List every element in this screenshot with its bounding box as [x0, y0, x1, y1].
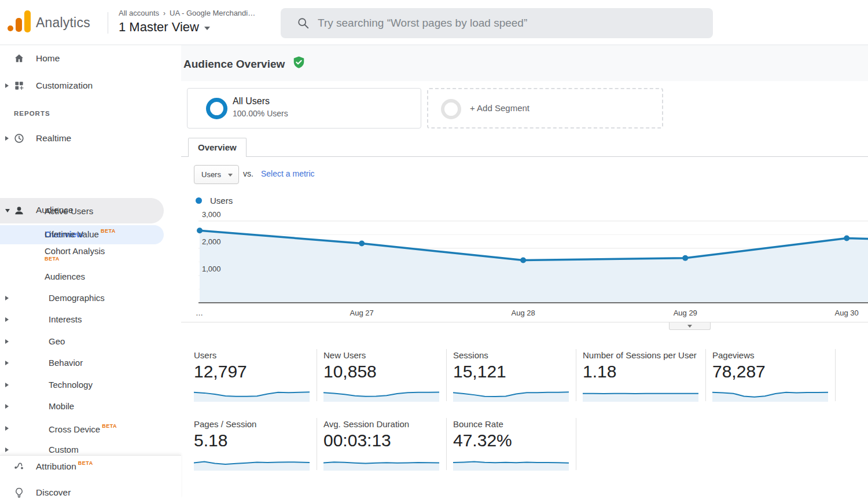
metric-label: Bounce Rate: [453, 419, 503, 429]
metric-value: 78,287: [712, 362, 766, 381]
home-icon: [13, 53, 25, 64]
sidebar: Home Customization REPORTS Realtime Audi…: [0, 45, 181, 499]
clock-icon: [13, 133, 25, 144]
sidebar-item-customization[interactable]: Customization: [0, 77, 164, 94]
chevron-right-icon: [5, 361, 9, 365]
reports-section-label: REPORTS: [14, 110, 50, 117]
metric-dropdown-value: Users: [201, 170, 221, 179]
search-icon: [297, 17, 310, 30]
metric-dropdown[interactable]: Users: [194, 165, 239, 184]
metric-label: New Users: [323, 350, 366, 360]
breadcrumb-property[interactable]: UA - Google Merchandi…: [170, 9, 255, 17]
metric-divider: [317, 349, 317, 401]
chevron-right-icon: [5, 404, 9, 409]
breadcrumb: All accounts › UA - Google Merchandi…: [119, 9, 255, 17]
legend-dot-icon: [196, 197, 202, 204]
title-band: Audience Overview: [181, 45, 868, 81]
breadcrumb-separator-icon: ›: [163, 9, 165, 17]
sidebar-item-label: Customization: [36, 80, 93, 91]
metric-card-avg-session-duration: Avg. Session Duration 00:03:13: [323, 419, 439, 471]
metric-card-bounce-rate: Bounce Rate 47.32%: [453, 419, 569, 471]
sidebar-item-home[interactable]: Home: [0, 50, 164, 67]
x-axis-label: Aug 30: [835, 309, 859, 317]
sidebar-item-demographics[interactable]: Demographics: [0, 289, 164, 307]
select-metric-link[interactable]: Select a metric: [261, 169, 315, 178]
sidebar-item-active-users[interactable]: Active Users: [0, 203, 164, 220]
y-axis-label: 2,000: [202, 237, 221, 246]
sidebar-item-realtime[interactable]: Realtime: [0, 130, 164, 147]
sidebar-item-label: Lifetime ValueBETA: [45, 228, 116, 239]
logo-bar-tall: [24, 10, 31, 32]
tab-overview[interactable]: Overview: [188, 138, 247, 157]
metric-value: 12,797: [194, 362, 247, 381]
metric-card-sessions-per-user: Number of Sessions per User 1.18: [583, 350, 698, 402]
sidebar-item-label: Custom: [49, 445, 79, 454]
metric-value: 5.18: [194, 431, 227, 450]
main-content: Audience Overview All Users 100.00% User…: [181, 45, 868, 499]
segment-card-all-users[interactable]: All Users 100.00% Users: [187, 88, 421, 129]
view-selector[interactable]: 1 Master View: [119, 20, 210, 35]
analytics-logo-icon[interactable]: [7, 10, 32, 34]
sidebar-item-geo[interactable]: Geo: [0, 333, 164, 350]
segment-circle-icon: [441, 99, 461, 119]
x-axis-label: …: [196, 309, 203, 317]
sidebar-item-label: Cross DeviceBETA: [49, 423, 117, 434]
sidebar-item-behavior[interactable]: Behavior: [0, 354, 164, 372]
chevron-down-icon: [687, 325, 692, 328]
sidebar-item-audiences[interactable]: Audiences: [0, 268, 164, 285]
sidebar-bottom-panel: AttributionBETA Discover: [0, 455, 181, 499]
metric-label: Pages / Session: [194, 419, 256, 429]
sidebar-item-interests[interactable]: Interests: [0, 311, 164, 328]
chart-expander-button[interactable]: [669, 322, 711, 330]
sidebar-item-technology[interactable]: Technology: [0, 376, 164, 394]
header-divider: [108, 12, 108, 34]
verified-shield-icon: [293, 56, 305, 69]
sidebar-item-label: Behavior: [49, 358, 83, 368]
x-axis-label: Aug 27: [350, 309, 374, 317]
sidebar-item-lifetime-value[interactable]: Lifetime ValueBETA: [0, 225, 164, 242]
metric-divider: [576, 349, 576, 401]
customization-icon: [13, 80, 25, 91]
sidebar-item-cohort-analysis[interactable]: Cohort Analysis BETA: [0, 243, 164, 267]
sparkline-chart: [323, 386, 439, 402]
sidebar-item-label: Active Users: [45, 206, 93, 216]
add-segment-button[interactable]: + Add Segment: [427, 88, 663, 129]
sidebar-item-mobile[interactable]: Mobile: [0, 398, 164, 415]
metric-label: Number of Sessions per User: [583, 350, 697, 360]
y-axis-label: 3,000: [202, 210, 221, 219]
metric-card-new-users: New Users 10,858: [323, 350, 439, 402]
chevron-down-icon: [228, 174, 233, 177]
beta-badge: BETA: [102, 423, 117, 429]
chevron-right-icon: [5, 296, 9, 300]
sparkline-chart: [194, 386, 310, 402]
page-title: Audience Overview: [183, 58, 285, 71]
beta-badge: BETA: [101, 228, 116, 234]
sidebar-item-cross-device[interactable]: Cross DeviceBETA: [0, 420, 164, 437]
x-axis-label: Aug 29: [674, 309, 697, 317]
sparkline-chart: [583, 386, 698, 402]
legend-label: Users: [210, 196, 233, 206]
vs-label: vs.: [243, 169, 253, 178]
sidebar-item-label: Cohort Analysis: [45, 246, 105, 256]
sidebar-item-label: Audiences: [45, 271, 85, 281]
chevron-right-icon: [5, 426, 9, 431]
chevron-right-icon: [5, 83, 9, 88]
chart-legend: Users: [196, 196, 233, 206]
sidebar-item-attribution[interactable]: AttributionBETA: [0, 457, 164, 474]
add-segment-label: + Add Segment: [470, 103, 529, 113]
sidebar-item-discover[interactable]: Discover: [0, 484, 164, 499]
sidebar-item-label: Geo: [49, 336, 65, 346]
metric-label: Avg. Session Duration: [323, 419, 409, 429]
logo-bar-short: [16, 18, 22, 32]
metric-label: Users: [194, 350, 216, 360]
sidebar-item-label: Discover: [36, 487, 71, 498]
segment-detail: 100.00% Users: [233, 109, 288, 118]
tab-bar: Overview: [181, 138, 868, 157]
sparkline-chart: [453, 386, 569, 402]
chevron-right-icon: [5, 383, 9, 387]
app-header: Analytics All accounts › UA - Google Mer…: [0, 0, 868, 45]
search-input[interactable]: [318, 17, 688, 30]
sidebar-item-label: Interests: [49, 314, 82, 324]
breadcrumb-account[interactable]: All accounts: [119, 9, 159, 17]
search-bar[interactable]: [281, 8, 713, 38]
